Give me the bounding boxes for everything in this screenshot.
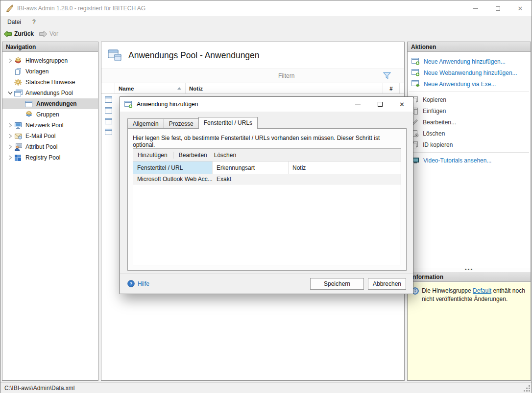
tab-fenstertitel-urls[interactable]: Fenstertitel / URLs (198, 117, 258, 129)
column-count-label: # (389, 86, 392, 92)
action-new-web-application[interactable]: Neue Webanwendung hinzufügen... (408, 67, 531, 78)
chevron-right-icon[interactable] (6, 143, 14, 151)
column-count[interactable]: # (383, 83, 400, 93)
attribute-pool-icon (14, 143, 23, 151)
action-new-application-via-exe[interactable]: Neue Anwendung via Exe... (408, 78, 531, 90)
column-notiz[interactable]: Notiz (186, 83, 383, 93)
sidebar-item-anwendungen[interactable]: Anwendungen (2, 98, 98, 109)
help-label: Hilfe (138, 280, 149, 287)
menu-datei[interactable]: Datei (3, 19, 25, 25)
action-copy[interactable]: Kopieren (408, 94, 531, 105)
chevron-right-icon[interactable] (6, 132, 14, 140)
sidebar-item-statische-hinweise[interactable]: Statische Hinweise (2, 77, 98, 88)
groups-icon (25, 111, 33, 118)
action-video-tutorials[interactable]: Video-Tutorials ansehen... (408, 155, 531, 166)
action-label: Bearbeiten... (423, 119, 456, 126)
column-name[interactable]: Name (115, 83, 186, 93)
action-new-application[interactable]: Neue Anwendung hinzufügen... (408, 56, 531, 67)
separator (409, 92, 529, 92)
filter-funnel-icon[interactable] (383, 72, 391, 79)
minimize-button[interactable] (464, 0, 486, 16)
sort-ascending-icon (177, 87, 181, 90)
chevron-down-icon[interactable] (6, 89, 14, 97)
notice-groups-icon (14, 57, 23, 65)
new-application-exe-icon (411, 80, 420, 88)
column-notiz[interactable]: Notiz (289, 162, 401, 174)
entry-row[interactable]: Microsoft Outlook Web Acc... Exakt (133, 174, 401, 185)
sidebar-item-label: Netzwerk Pool (25, 122, 63, 129)
add-entry-button[interactable]: Hinzufügen (138, 152, 168, 159)
sidebar-item-label: Vorlagen (25, 68, 48, 75)
action-edit[interactable]: Bearbeiten... (408, 116, 531, 128)
action-delete[interactable]: Löschen (408, 128, 531, 139)
close-button[interactable]: ✕ (509, 0, 532, 16)
maximize-button[interactable] (486, 0, 509, 16)
action-label: Neue Anwendung hinzufügen... (424, 58, 506, 65)
title-bar: IBI-aws Admin 1.28.0 - registriert für I… (0, 0, 532, 16)
app-window: IBI-aws Admin 1.28.0 - registriert für I… (0, 0, 532, 393)
action-label: Neue Anwendung via Exe... (424, 81, 496, 88)
information-header: Information (408, 272, 531, 282)
sidebar-item-netzwerk-pool[interactable]: Netzwerk Pool (2, 120, 98, 131)
dialog-close-button[interactable]: ✕ (391, 97, 413, 112)
action-label: Einfügen (423, 108, 446, 115)
action-paste[interactable]: Einfügen (408, 105, 531, 116)
sidebar-item-label: Gruppen (36, 111, 59, 118)
filter-input[interactable] (273, 72, 383, 79)
dialog-title: Anwendung hinzufügen (137, 101, 198, 108)
sidebar-item-anwendungs-pool[interactable]: Anwendungs Pool (2, 88, 98, 98)
resize-grip[interactable] (529, 390, 530, 392)
back-button[interactable]: Zurück (3, 30, 34, 38)
dialog-title-bar: Anwendung hinzufügen ✕ (120, 97, 413, 112)
column-fenstertitel-url[interactable]: Fenstertitel / URL (133, 162, 213, 174)
dialog-window-icon (124, 101, 133, 108)
templates-icon (14, 68, 23, 75)
sidebar-item-label: Anwendungs Pool (25, 90, 73, 96)
application-window-icon (101, 118, 115, 124)
info-icon (411, 287, 419, 380)
entries-table-header: Fenstertitel / URL Erkennungsart Notiz (133, 162, 401, 174)
panel-splitter[interactable]: ••• (408, 268, 531, 272)
default-group-link[interactable]: Default (473, 287, 491, 294)
app-logo-icon (5, 4, 14, 13)
column-erkennungsart[interactable]: Erkennungsart (213, 162, 289, 174)
delete-entry-button[interactable]: Löschen (214, 152, 236, 159)
edit-entry-button[interactable]: Bearbeiten (179, 152, 207, 159)
column-icon[interactable] (101, 83, 115, 93)
table-header-row: Name Notiz # (101, 83, 404, 94)
help-link[interactable]: ? Hilfe (127, 280, 149, 287)
window-title: IBI-aws Admin 1.28.0 - registriert für I… (17, 5, 145, 12)
main-header: Anwendungs Pool - Anwendungen (101, 42, 404, 69)
sidebar-item-vorlagen[interactable]: Vorlagen (2, 66, 98, 77)
forward-button[interactable]: Vor (39, 30, 58, 38)
sidebar-item-registry-pool[interactable]: Registry Pool (2, 152, 98, 163)
action-copy-id[interactable]: ID kopieren (408, 139, 531, 150)
tab-allgemein[interactable]: Allgemein (127, 118, 164, 129)
sidebar-item-hinweisgruppen[interactable]: Hinweisgruppen (2, 55, 98, 66)
information-message: Die Hinweisgruppe Default enthält noch n… (422, 287, 527, 380)
application-window-icon (101, 96, 115, 103)
tab-prozesse[interactable]: Prozesse (164, 118, 198, 129)
save-button[interactable]: Speichern (310, 278, 364, 290)
page-title: Anwendungs Pool - Anwendungen (128, 50, 260, 61)
chevron-right-icon[interactable] (6, 154, 14, 162)
separator (409, 152, 529, 153)
sidebar-item-email-pool[interactable]: E-Mail Pool (2, 131, 98, 141)
sidebar-item-attribut-pool[interactable]: Attribut Pool (2, 141, 98, 152)
info-text-before: Die Hinweisgruppe (422, 287, 473, 294)
application-window-icon (101, 107, 115, 114)
application-window-icon (101, 129, 115, 135)
chevron-right-icon[interactable] (6, 121, 14, 129)
action-label: Video-Tutorials ansehen... (423, 157, 491, 164)
sidebar-item-gruppen[interactable]: Gruppen (2, 109, 98, 120)
filter-box (273, 70, 393, 81)
chevron-right-icon[interactable] (6, 57, 14, 65)
sidebar-item-label: E-Mail Pool (25, 133, 55, 139)
nav-toolbar: Zurück Vor (0, 28, 532, 40)
menu-help[interactable]: ? (28, 19, 40, 25)
email-pool-icon (14, 133, 23, 139)
dialog-footer: ? Hilfe Speichern Abbrechen (120, 273, 413, 294)
dialog-description: Hier legen Sie fest, ob bestimmte Fenste… (128, 129, 406, 148)
dialog-maximize-button[interactable] (369, 97, 391, 112)
cancel-button[interactable]: Abbrechen (368, 278, 406, 290)
